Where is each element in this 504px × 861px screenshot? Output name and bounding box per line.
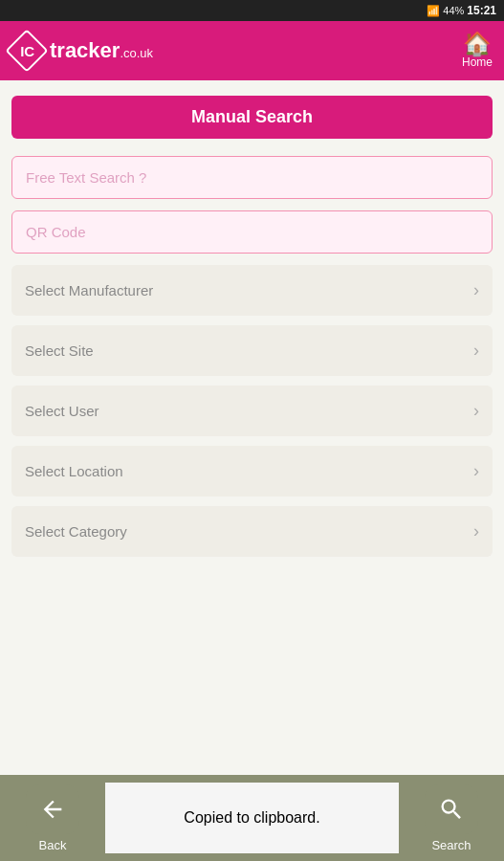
select-location-row[interactable]: Select Location ›	[11, 446, 493, 497]
clipboard-message-area: Copied to clipboard.	[105, 783, 399, 853]
logo-ic-badge: IC	[5, 29, 48, 72]
arrow-icon-user: ›	[473, 401, 479, 421]
back-label: Back	[39, 838, 67, 852]
logo-text: tracker.co.uk	[50, 38, 153, 63]
back-button[interactable]: Back	[0, 780, 105, 856]
select-user-label: Select User	[25, 403, 99, 419]
search-icon	[438, 796, 465, 823]
home-button[interactable]: 🏠 Home	[462, 33, 493, 69]
status-bar: 📶 44% 15:21	[0, 0, 504, 21]
select-site-row[interactable]: Select Site ›	[11, 325, 493, 376]
bottom-bar: Back Copied to clipboard. Search	[0, 775, 504, 861]
arrow-icon-site: ›	[473, 341, 479, 361]
select-user-row[interactable]: Select User ›	[11, 386, 493, 436]
arrow-icon-location: ›	[473, 461, 479, 481]
page-title: Manual Search	[191, 107, 313, 126]
home-icon: 🏠	[463, 33, 492, 55]
select-site-label: Select Site	[25, 342, 94, 359]
arrow-icon-category: ›	[473, 521, 479, 541]
free-text-search-input[interactable]	[11, 156, 493, 199]
back-icon-container	[26, 784, 79, 834]
main-content: Manual Search Select Manufacturer › Sele…	[0, 80, 504, 582]
status-icons: 📶 44% 15:21	[427, 4, 496, 17]
top-nav: IC tracker.co.uk 🏠 Home	[0, 21, 504, 80]
search-label: Search	[431, 838, 471, 852]
select-manufacturer-label: Select Manufacturer	[25, 282, 153, 298]
search-button[interactable]: Search	[399, 780, 504, 856]
signal-icon: 📶	[427, 5, 440, 17]
clock: 15:21	[467, 4, 496, 17]
page-title-bar: Manual Search	[11, 96, 493, 139]
search-icon-container	[425, 784, 478, 834]
home-label: Home	[462, 55, 493, 69]
back-icon	[39, 796, 66, 823]
select-category-row[interactable]: Select Category ›	[11, 506, 493, 557]
logo-area: IC tracker.co.uk	[11, 35, 153, 66]
clipboard-message: Copied to clipboard.	[184, 809, 319, 827]
battery-icon: 44%	[443, 5, 464, 16]
qr-code-input[interactable]	[11, 210, 493, 254]
select-category-label: Select Category	[25, 523, 127, 540]
arrow-icon-manufacturer: ›	[473, 280, 479, 300]
select-manufacturer-row[interactable]: Select Manufacturer ›	[11, 265, 493, 316]
select-location-label: Select Location	[25, 463, 123, 479]
